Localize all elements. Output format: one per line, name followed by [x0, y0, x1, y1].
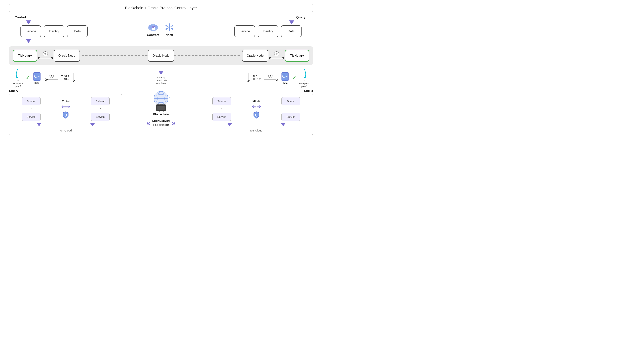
site-a-service-right: Service: [91, 113, 110, 121]
data-icon-right: [280, 71, 290, 81]
mtls-label-a: MTLS: [62, 99, 70, 102]
nostr-label: Nostr: [166, 33, 174, 37]
site-a-label: Site A: [9, 89, 122, 93]
shield-icon-a: [62, 111, 70, 119]
blockchain-center: Blockchain « Multi-CloudFederation »: [125, 89, 197, 127]
enc-proof-right: Encryptionproof: [298, 82, 309, 88]
svg-point-19: [172, 28, 174, 30]
right-tlsnotary-box: TlsNotary: [285, 50, 309, 62]
control-arrow-down: [26, 20, 31, 24]
left-double-arrow: [38, 56, 53, 60]
svg-marker-39: [304, 77, 306, 79]
center-oracle-node: Oracle Node: [148, 50, 174, 62]
svg-point-17: [172, 25, 174, 26]
site-b-mtls: MTLS ⇐⇒: [252, 99, 261, 119]
tls-label-left: TLS1.1: [61, 75, 69, 78]
data-label-left: Data: [34, 82, 40, 84]
enc-proof-left: Encryptionproof: [13, 82, 24, 88]
left-curved-arrow: [13, 68, 23, 79]
left-tlsnotary-box: TlsNotary: [13, 50, 37, 62]
arrow-down-left-int: [72, 73, 76, 82]
down-arrow-b-right: [281, 123, 286, 126]
svg-rect-50: [158, 106, 164, 110]
step3-right: ③: [303, 79, 305, 82]
right-double-arrow: [269, 56, 284, 60]
contract-icon: [148, 22, 159, 33]
down-arrow-a-left: [37, 123, 41, 126]
site-b-service-left: Service: [212, 113, 231, 121]
step1-right-arrow: [263, 78, 278, 82]
site-a-inner: Sidecar ↕ Service MTLS ⇐⇒: [9, 94, 122, 135]
multi-cloud-section: « Multi-CloudFederation »: [146, 119, 176, 127]
shield-icon-b: [252, 111, 260, 119]
arrow-v-left: ↕: [30, 107, 32, 111]
site-a-service-left: Service: [22, 113, 40, 121]
arrow-v-right-a: ↕: [99, 107, 101, 111]
tls-label-right: TLS1.1: [253, 75, 261, 78]
contract-label: Contract: [147, 33, 159, 37]
control-arrow-down2: [26, 39, 31, 43]
oracle-layer: TlsNotary ②: [9, 46, 313, 65]
oracle-dashed-line2: [174, 53, 240, 58]
nostr-icon: [164, 22, 175, 33]
control-identity-box: Identity: [44, 25, 64, 37]
right-curved-arrow: [299, 68, 309, 79]
svg-point-15: [169, 30, 170, 31]
identity-control-label: Identitycontrol dataon-chain: [154, 76, 168, 85]
step2-right-circle: ②: [274, 51, 279, 56]
chevron-right-icon: »: [172, 119, 176, 127]
query-service-box: Service: [234, 25, 255, 37]
svg-point-14: [169, 23, 170, 25]
step1-left: ①: [50, 74, 54, 78]
mtls-arrow-b: ⇐⇒: [252, 103, 261, 110]
right-oracle-node: Oracle Node: [242, 50, 268, 62]
site-b-sidecar-right: Sidecar: [282, 97, 300, 105]
query-arrow-down: [289, 20, 294, 24]
control-boxes-row: Service Identity Data: [20, 25, 88, 37]
svg-point-48: [154, 91, 168, 106]
arrow-down-right-int: [246, 73, 250, 82]
iot-cloud-b: IoT Cloud: [203, 129, 310, 132]
nostr-block: Nostr: [164, 22, 175, 37]
svg-line-62: [168, 97, 170, 98]
down-arrow-a-right: [90, 123, 95, 126]
site-a-left-group: Sidecar ↕ Service: [22, 97, 40, 121]
control-label: Control: [15, 15, 26, 19]
contract-block: Contract: [147, 22, 159, 37]
arrow-v-left-b: ↕: [221, 107, 223, 111]
site-b-sidecar-left: Sidecar: [212, 97, 231, 105]
svg-point-16: [166, 25, 167, 26]
oracle-dashed-line: [82, 53, 148, 58]
step2-left-circle: ②: [43, 51, 48, 56]
right-oracle-row: Oracle Node ②: [242, 50, 309, 62]
site-b-inner: Sidecar ↕ Service MTLS ⇐⇒: [200, 94, 313, 135]
iot-cloud-a: IoT Cloud: [12, 129, 119, 132]
site-a-container: Site A Sidecar ↕ Service: [9, 89, 122, 135]
site-b-service-right: Service: [282, 113, 300, 121]
mtls-label-b: MTLS: [252, 99, 260, 102]
blockchain-bar: Blockchain + Oracle Protocol Control Lay…: [9, 4, 313, 12]
svg-point-18: [166, 28, 167, 30]
data-label-right: Data: [282, 82, 288, 84]
arrow-v-right-b: ↕: [290, 107, 292, 111]
down-arrow-b-left: [228, 123, 232, 126]
control-data-box: Data: [67, 25, 88, 37]
step3-left: ③: [17, 79, 19, 82]
site-a-mtls: MTLS ⇐⇒: [61, 99, 70, 119]
site-a-right-group: Sidecar ↕ Service: [91, 97, 110, 121]
blockchain-title: Blockchain + Oracle Protocol Control Lay…: [125, 6, 197, 10]
mtls-arrow-a: ⇐⇒: [61, 103, 70, 110]
blockchain-globe-icon: [149, 89, 173, 112]
site-b-container: Site B Sidecar ↕ Service: [200, 89, 313, 135]
svg-rect-6: [152, 29, 153, 29]
identity-arrow-down: [158, 71, 164, 75]
checkmark-right: ✓: [292, 75, 296, 81]
query-identity-box: Identity: [258, 25, 278, 37]
site-a-sidecar-right: Sidecar: [91, 97, 110, 105]
query-label: Query: [296, 15, 306, 19]
control-service-box: Service: [20, 25, 41, 37]
site-b-label: Site B: [200, 89, 313, 93]
site-b-left-group: Sidecar ↕ Service: [212, 97, 231, 121]
step1-right: ①: [268, 74, 272, 78]
query-data-box: Data: [281, 25, 302, 37]
